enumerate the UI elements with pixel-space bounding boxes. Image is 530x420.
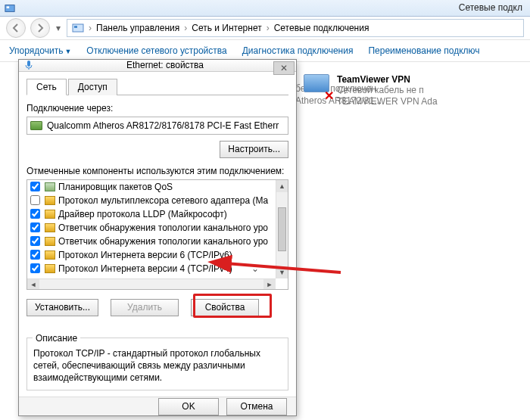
adapter-icon: [23, 60, 34, 70]
back-button[interactable]: [6, 18, 26, 38]
description-label: Описание: [33, 333, 80, 344]
component-row[interactable]: Планировщик пакетов QoS: [27, 180, 276, 194]
window-titlebar: Сетевые подкл: [0, 0, 530, 17]
component-row[interactable]: Протокол мультиплексора сетевого адаптер…: [27, 194, 276, 207]
protocol-icon: [45, 237, 55, 246]
configure-button[interactable]: Настроить...: [220, 141, 288, 158]
component-label: Планировщик пакетов QoS: [58, 182, 173, 192]
uninstall-button: Удалить: [111, 299, 179, 316]
components-label: Отмеченные компоненты используются этим …: [26, 166, 288, 176]
component-checkbox[interactable]: [30, 182, 40, 191]
breadcrumb-seg1[interactable]: Панель управления: [96, 23, 179, 33]
breadcrumb-sep: ›: [89, 23, 92, 33]
breadcrumb-sep: ›: [267, 23, 270, 33]
vertical-scrollbar[interactable]: ▲ ▼: [276, 180, 288, 278]
component-row[interactable]: Протокол Интернета версии 4 (TCP/IPv4)⌄: [27, 262, 276, 275]
service-icon: [45, 182, 55, 191]
network-item-teamviewer[interactable]: ✕ TeamViewer VPN Сетевой кабель не п TEA…: [299, 71, 530, 110]
horizontal-scrollbar[interactable]: ◄ ►: [27, 278, 276, 289]
component-label: Драйвер протокола LLDP (Майкрософт): [58, 209, 227, 219]
component-label: Протокол Интернета версии 6 (TCP/IPv6): [58, 250, 232, 260]
adapter-name: Qualcomm Atheros AR8172/8176/8178 PCI-E …: [47, 120, 279, 131]
netitem-name: TeamViewer VPN: [337, 74, 438, 85]
scroll-up-icon[interactable]: ▲: [276, 180, 288, 192]
protocol-icon: [45, 210, 55, 219]
properties-button[interactable]: Свойства: [191, 299, 259, 316]
component-row[interactable]: Ответчик обнаружения топологии канальног…: [27, 221, 276, 235]
scroll-left-icon[interactable]: ◄: [27, 279, 39, 289]
component-checkbox[interactable]: [30, 195, 40, 205]
component-checkbox[interactable]: [30, 250, 40, 260]
ethernet-properties-dialog: Ethernet: свойства ✕ Сеть Доступ Подключ…: [18, 59, 297, 416]
diagnose-link[interactable]: Диагностика подключения: [242, 45, 354, 56]
address-bar[interactable]: › Панель управления › Сеть и Интернет › …: [67, 19, 524, 37]
svg-rect-4: [27, 61, 30, 67]
ok-button[interactable]: OK: [158, 398, 219, 415]
component-row[interactable]: Ответчик обнаружения топологии канальног…: [27, 235, 276, 248]
description-text: Протокол TCP/IP - стандартный протокол г…: [26, 338, 288, 391]
dialog-footer: OK Отмена: [19, 397, 296, 415]
component-checkbox[interactable]: [30, 222, 40, 232]
scroll-thumb[interactable]: [278, 207, 286, 251]
rename-link[interactable]: Переименование подключ: [368, 45, 479, 56]
chevron-down-icon[interactable]: ⌄: [251, 263, 259, 274]
connect-via-label: Подключение через:: [26, 103, 288, 114]
dialog-titlebar[interactable]: Ethernet: свойства ✕: [19, 60, 296, 72]
nic-icon: [30, 121, 42, 130]
forward-button[interactable]: [30, 18, 50, 38]
scroll-right-icon[interactable]: ►: [263, 279, 276, 289]
protocol-icon: [45, 250, 55, 260]
adapter-field: Qualcomm Atheros AR8172/8176/8178 PCI-E …: [26, 117, 288, 135]
scroll-down-icon[interactable]: ▼: [276, 266, 288, 278]
netitem-status: Сетевой кабель не п: [337, 85, 438, 96]
component-label: Протокол Интернета версии 4 (TCP/IPv4): [58, 263, 232, 274]
svg-rect-3: [74, 26, 77, 28]
network-adapter-icon: ✕: [302, 74, 332, 101]
breadcrumb-seg3[interactable]: Сетевые подключения: [274, 23, 369, 33]
netitem-adapter: TEAMVIEWER VPN Ada: [337, 96, 438, 107]
component-row[interactable]: Протокол Интернета версии 6 (TCP/IPv6): [27, 248, 276, 262]
window-title: Сетевые подкл: [459, 2, 522, 13]
tab-access[interactable]: Доступ: [68, 79, 117, 95]
dialog-title: Ethernet: свойства: [39, 60, 292, 70]
install-button[interactable]: Установить...: [26, 299, 98, 316]
breadcrumb-sep: ›: [184, 23, 187, 33]
dialog-tabs: Сеть Доступ: [26, 78, 288, 95]
network-folder-icon: [72, 22, 84, 34]
component-label: Ответчик обнаружения топологии канальног…: [58, 236, 268, 247]
history-dropdown-icon[interactable]: ▾: [55, 23, 62, 33]
svg-rect-1: [7, 6, 10, 8]
component-checkbox[interactable]: [30, 209, 40, 219]
control-panel-icon: [5, 3, 15, 14]
component-checkbox[interactable]: [30, 236, 40, 246]
disconnected-overlay-icon: ✕: [324, 89, 334, 103]
component-label: Протокол мультиплексора сетевого адаптер…: [58, 195, 268, 206]
disable-device-link[interactable]: Отключение сетевого устройства: [86, 45, 226, 56]
protocol-icon: [45, 196, 55, 205]
address-bar-row: ▾ › Панель управления › Сеть и Интернет …: [0, 17, 530, 39]
organize-menu[interactable]: Упорядочить▼: [9, 45, 71, 56]
protocol-icon: [45, 223, 55, 232]
close-button[interactable]: ✕: [273, 61, 295, 75]
component-checkbox[interactable]: [30, 263, 40, 273]
component-row[interactable]: Драйвер протокола LLDP (Майкрософт): [27, 207, 276, 221]
tab-network[interactable]: Сеть: [26, 79, 67, 95]
cancel-button[interactable]: Отмена: [226, 398, 287, 415]
components-listbox[interactable]: Планировщик пакетов QoSПротокол мультипл…: [26, 179, 288, 290]
protocol-icon: [45, 264, 55, 273]
component-label: Ответчик обнаружения топологии канальног…: [58, 222, 268, 233]
breadcrumb-seg2[interactable]: Сеть и Интернет: [192, 23, 261, 33]
